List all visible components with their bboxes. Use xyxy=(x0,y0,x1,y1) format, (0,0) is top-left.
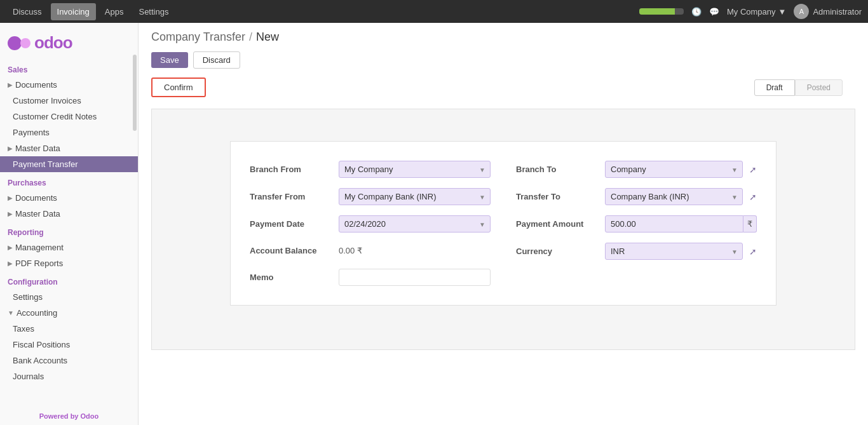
payment-amount-field: ₹ xyxy=(605,215,757,233)
nav-apps[interactable]: Apps xyxy=(98,3,130,20)
progress-bar xyxy=(639,8,684,15)
nav-invoicing[interactable]: Invoicing xyxy=(51,3,96,20)
branch-to-select-wrap: Company ▼ xyxy=(605,161,743,178)
form-right-column: Branch To Company ▼ ➚ xyxy=(516,161,757,286)
currency-external-link-icon[interactable]: ➚ xyxy=(749,246,757,257)
payment-date-select-wrap: 02/24/2020 ▼ xyxy=(339,215,491,233)
sidebar-item-journals[interactable]: Journals xyxy=(0,368,138,384)
payment-amount-wrap: ₹ xyxy=(605,215,757,233)
main-content: Company Transfer / New Save Discard Conf… xyxy=(139,23,868,425)
sidebar-item-payment-transfer[interactable]: Payment Transfer xyxy=(0,156,138,172)
breadcrumb-current: New xyxy=(256,30,279,44)
payment-date-row: Payment Date 02/24/2020 ▼ xyxy=(250,215,491,233)
transfer-from-field: My Company Bank (INR) ▼ xyxy=(339,188,491,205)
powered-by-brand: Odoo xyxy=(81,412,99,420)
transfer-to-label: Transfer To xyxy=(516,192,599,201)
save-button[interactable]: Save xyxy=(151,52,188,68)
currency-field: INR ▼ xyxy=(605,243,743,260)
transfer-to-select[interactable]: Company Bank (INR) xyxy=(605,188,743,205)
sidebar-item-fiscal-positions[interactable]: Fiscal Positions xyxy=(0,337,138,353)
sidebar-section-sales: Sales xyxy=(0,59,138,77)
confirm-status-row: Confirm Draft Posted xyxy=(139,75,868,102)
breadcrumb-parent: Company Transfer xyxy=(151,30,245,44)
memo-input[interactable] xyxy=(339,269,491,286)
expand-arrow-sales-docs: ▶ xyxy=(8,81,13,88)
progress-bar-fill xyxy=(639,8,675,15)
memo-row: Memo xyxy=(250,269,491,286)
sidebar-item-customer-invoices[interactable]: Customer Invoices xyxy=(0,93,138,109)
account-balance-label: Account Balance xyxy=(250,246,332,255)
currency-select-wrap: INR ▼ xyxy=(605,243,743,260)
sidebar-group-management[interactable]: ▶ Management xyxy=(0,239,138,255)
notification-icon[interactable]: 🕓 xyxy=(691,7,702,17)
sidebar-section-purchases: Purchases xyxy=(0,172,138,190)
sidebar-label-customer-invoices: Customer Invoices xyxy=(13,96,81,105)
account-balance-row: Account Balance 0.00 ₹ xyxy=(250,243,491,259)
transfer-to-select-wrap: Company Bank (INR) ▼ xyxy=(605,188,743,205)
powered-by: Powered by Odoo xyxy=(0,412,138,420)
currency-select[interactable]: INR xyxy=(605,243,743,260)
sidebar-label-sales-master: Master Data xyxy=(15,144,60,153)
transfer-from-label: Transfer From xyxy=(250,192,332,201)
payment-amount-row: Payment Amount ₹ xyxy=(516,215,757,233)
sidebar-section-configuration: Configuration xyxy=(0,271,138,289)
sidebar-label-journals: Journals xyxy=(13,372,44,381)
branch-from-row: Branch From My Company ▼ xyxy=(250,161,491,178)
nav-settings[interactable]: Settings xyxy=(132,3,175,20)
sidebar-item-bank-accounts[interactable]: Bank Accounts xyxy=(0,353,138,368)
sidebar-group-purchases-documents[interactable]: ▶ Documents xyxy=(0,190,138,206)
logo-circle-1 xyxy=(8,36,22,50)
memo-label: Memo xyxy=(250,273,332,282)
transfer-to-row: Transfer To Company Bank (INR) ▼ ➚ xyxy=(516,188,757,205)
status-draft: Draft xyxy=(754,79,795,96)
expand-arrow-purchases-docs: ▶ xyxy=(8,194,13,201)
chat-icon[interactable]: 💬 xyxy=(709,7,719,17)
sidebar-group-accounting[interactable]: ▼ Accounting xyxy=(0,305,138,321)
status-bar: Draft Posted xyxy=(754,79,843,96)
transfer-from-select[interactable]: My Company Bank (INR) xyxy=(339,188,491,205)
sidebar-label-accounting: Accounting xyxy=(17,308,57,318)
confirm-button[interactable]: Confirm xyxy=(151,78,206,97)
expand-arrow-accounting: ▼ xyxy=(8,309,14,316)
transfer-to-external-link-icon[interactable]: ➚ xyxy=(749,192,757,202)
branch-to-label: Branch To xyxy=(516,165,599,174)
sidebar: odoo Sales ▶ Documents Customer Invoices… xyxy=(0,23,139,425)
currency-row: Currency INR ▼ ➚ xyxy=(516,243,757,260)
top-nav-right: 🕓 💬 My Company ▼ A Administrator xyxy=(639,4,862,19)
payment-date-label: Payment Date xyxy=(250,219,332,229)
sidebar-item-customer-credit-notes[interactable]: Customer Credit Notes xyxy=(0,109,138,125)
payment-date-select[interactable]: 02/24/2020 xyxy=(339,215,491,233)
sidebar-item-payments[interactable]: Payments xyxy=(0,125,138,140)
branch-from-select[interactable]: My Company xyxy=(339,161,491,178)
payment-amount-input[interactable] xyxy=(605,215,743,233)
branch-to-external-link-icon[interactable]: ➚ xyxy=(749,165,757,175)
sidebar-group-purchases-master[interactable]: ▶ Master Data xyxy=(0,206,138,222)
transfer-from-select-wrap: My Company Bank (INR) ▼ xyxy=(339,188,491,205)
sidebar-section-reporting: Reporting xyxy=(0,222,138,239)
sidebar-label-fiscal-positions: Fiscal Positions xyxy=(13,340,70,349)
expand-arrow-purchases-master: ▶ xyxy=(8,210,13,217)
sidebar-label-management: Management xyxy=(15,243,64,252)
transfer-from-row: Transfer From My Company Bank (INR) ▼ xyxy=(250,188,491,205)
currency-label: Currency xyxy=(516,246,599,256)
admin-area[interactable]: A Administrator xyxy=(794,4,862,19)
branch-from-select-wrap: My Company ▼ xyxy=(339,161,491,178)
sidebar-group-sales-master-data[interactable]: ▶ Master Data xyxy=(0,140,138,156)
expand-arrow-management: ▶ xyxy=(8,244,13,251)
sidebar-group-sales-documents[interactable]: ▶ Documents xyxy=(0,77,138,93)
sidebar-item-taxes[interactable]: Taxes xyxy=(0,321,138,337)
branch-from-field: My Company ▼ xyxy=(339,161,491,178)
expand-arrow-sales-master: ▶ xyxy=(8,145,13,152)
powered-by-text: Powered by xyxy=(39,412,79,420)
top-navigation: Discuss Invoicing Apps Settings 🕓 💬 My C… xyxy=(0,0,868,23)
sidebar-scrollbar[interactable] xyxy=(133,55,137,131)
company-selector[interactable]: My Company ▼ xyxy=(727,7,786,17)
discard-button[interactable]: Discard xyxy=(193,51,240,69)
company-dropdown-icon: ▼ xyxy=(778,7,787,17)
sidebar-group-pdf-reports[interactable]: ▶ PDF Reports xyxy=(0,255,138,271)
nav-discuss[interactable]: Discuss xyxy=(6,3,48,20)
branch-to-select[interactable]: Company xyxy=(605,161,743,178)
odoo-logo: odoo xyxy=(8,33,72,53)
sidebar-item-settings[interactable]: Settings xyxy=(0,289,138,305)
memo-field xyxy=(339,269,491,286)
